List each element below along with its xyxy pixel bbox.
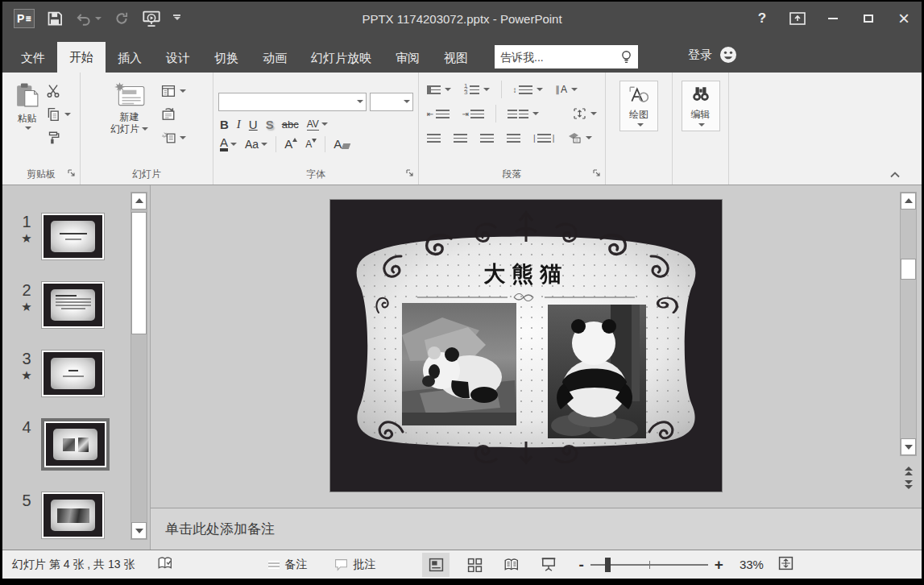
collapse-ribbon-button[interactable] (889, 167, 901, 181)
customize-qat-button[interactable] (173, 15, 180, 23)
bullets-dropdown-icon[interactable] (445, 88, 451, 94)
zoom-out-button[interactable]: - (578, 556, 583, 574)
panda-back-photo[interactable] (548, 305, 646, 439)
slide-title[interactable]: 大熊猫 (484, 262, 569, 286)
numbering-button[interactable]: 123 (462, 81, 491, 98)
line-spacing-dropdown-icon[interactable] (537, 88, 543, 94)
increase-indent-button[interactable]: ⇥ (461, 105, 486, 122)
slide-thumbnail-1[interactable]: 1 ★ (12, 213, 110, 260)
reset-slide-button[interactable] (160, 106, 188, 123)
help-button[interactable]: ? (744, 2, 780, 35)
change-case-button[interactable]: Aa (245, 138, 267, 151)
bold-button[interactable]: B (220, 118, 229, 131)
animation-star-icon[interactable]: ★ (21, 370, 31, 381)
slide-thumbnail-4-selected[interactable]: 4 (12, 418, 110, 471)
smartart-button[interactable] (566, 129, 594, 147)
font-dialog-launcher[interactable] (406, 166, 414, 180)
section-button[interactable] (160, 129, 188, 147)
align-center-button[interactable] (452, 129, 469, 147)
cut-button[interactable] (44, 82, 73, 100)
save-button[interactable] (47, 10, 63, 27)
canvas-scroll-up-button[interactable] (901, 193, 916, 210)
tell-me-box[interactable] (495, 45, 638, 68)
distribute-button[interactable]: || (532, 129, 556, 147)
bullets-button[interactable] (425, 81, 453, 98)
tell-me-input[interactable] (500, 51, 620, 64)
tab-file[interactable]: 文件 (9, 44, 57, 73)
sign-in[interactable]: 登录 (688, 45, 738, 64)
slide-thumbnail-3[interactable]: 3 ★ (12, 350, 110, 397)
thumbnail-scrollbar-thumb[interactable] (131, 212, 147, 334)
tab-home[interactable]: 开始 (57, 42, 106, 73)
slide-5-preview[interactable] (41, 492, 105, 539)
font-name-dropdown-icon[interactable] (357, 100, 363, 106)
paste-dropdown-icon[interactable] (25, 127, 31, 133)
tab-insert[interactable]: 插入 (106, 44, 154, 73)
decrease-font-button[interactable]: A (305, 139, 317, 150)
clear-formatting-button[interactable]: A (334, 137, 350, 151)
canvas-scrollbar[interactable] (900, 192, 917, 456)
underline-button[interactable]: U (249, 118, 258, 131)
panda-cub-photo[interactable] (402, 303, 516, 425)
copy-dropdown-icon[interactable] (64, 113, 71, 119)
clipboard-dialog-launcher[interactable] (68, 166, 76, 180)
thumbnail-scroll-up-button[interactable] (131, 193, 147, 210)
italic-button[interactable]: I (237, 118, 241, 131)
format-painter-button[interactable] (44, 129, 73, 147)
tab-design[interactable]: 设计 (154, 44, 202, 73)
canvas-scrollbar-thumb[interactable] (901, 259, 916, 280)
notes-pane[interactable]: 单击此处添加备注 (151, 508, 922, 550)
change-case-dropdown-icon[interactable] (261, 143, 267, 149)
align-text-dropdown-icon[interactable] (590, 112, 597, 118)
maximize-button[interactable] (851, 2, 886, 35)
zoom-level[interactable]: 33% (740, 558, 764, 571)
align-right-button[interactable] (479, 129, 495, 147)
slide-editing-canvas[interactable]: 大熊猫 (151, 185, 922, 508)
numbering-dropdown-icon[interactable] (483, 88, 490, 94)
line-spacing-button[interactable]: ↕ (512, 81, 545, 98)
slideshow-view-button[interactable] (535, 553, 562, 577)
editing-button[interactable]: 编辑 (682, 81, 720, 131)
align-left-button[interactable] (425, 129, 442, 147)
drawing-button[interactable]: 绘图 (619, 81, 658, 131)
redo-button[interactable] (114, 11, 130, 26)
tab-animations[interactable]: 动画 (251, 44, 299, 73)
next-slide-button[interactable] (905, 480, 913, 490)
tab-view[interactable]: 视图 (432, 44, 480, 73)
zoom-slider-thumb[interactable] (605, 558, 611, 572)
comments-toggle-button[interactable]: 批注 (334, 558, 375, 572)
current-slide[interactable]: 大熊猫 (330, 200, 722, 492)
columns-dropdown-icon[interactable] (532, 112, 539, 118)
thumbnail-scrollbar[interactable] (131, 192, 147, 540)
slide-thumbnail-2[interactable]: 2 ★ (12, 281, 110, 329)
justify-button[interactable] (505, 129, 522, 147)
font-color-dropdown-icon[interactable] (230, 143, 237, 149)
paragraph-dialog-launcher[interactable] (593, 166, 601, 180)
text-shadow-button[interactable]: S (266, 118, 274, 131)
drawing-dropdown-icon[interactable] (637, 123, 644, 130)
strikethrough-button[interactable]: abc (282, 118, 299, 131)
new-slide-button[interactable]: 新建幻灯片 (106, 77, 153, 139)
canvas-scroll-down-button[interactable] (901, 438, 916, 455)
editing-dropdown-icon[interactable] (698, 123, 705, 130)
font-size-dropdown-icon[interactable] (404, 100, 410, 106)
fit-slide-to-window-button[interactable] (778, 556, 793, 573)
ribbon-display-options-button[interactable] (780, 2, 815, 35)
zoom-slider[interactable] (590, 564, 708, 566)
tab-transitions[interactable]: 切换 (202, 44, 251, 73)
animation-star-icon[interactable]: ★ (21, 301, 31, 313)
section-dropdown-icon[interactable] (180, 136, 186, 143)
notes-toggle-button[interactable]: 备注 (268, 558, 307, 572)
normal-view-button[interactable] (422, 553, 450, 577)
paste-button[interactable]: 粘贴 (10, 77, 44, 135)
slide-thumbnail-5[interactable]: 5 (12, 492, 110, 539)
zoom-in-button[interactable]: + (715, 556, 723, 574)
decrease-indent-button[interactable]: ⇤ (425, 105, 450, 122)
text-direction-dropdown-icon[interactable] (571, 88, 578, 94)
smartart-dropdown-icon[interactable] (586, 136, 592, 143)
slide-1-preview[interactable] (41, 213, 105, 260)
slide-layout-button[interactable] (160, 82, 188, 100)
tab-slideshow[interactable]: 幻灯片放映 (299, 44, 383, 73)
reading-view-button[interactable] (498, 553, 525, 577)
font-name-combo[interactable] (218, 93, 367, 111)
